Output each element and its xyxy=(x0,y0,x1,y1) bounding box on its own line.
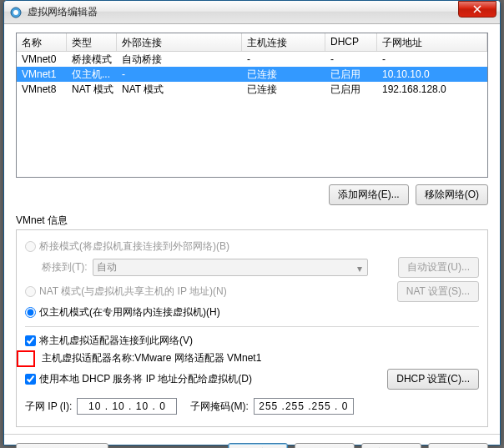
connect-adapter-checkbox[interactable] xyxy=(25,335,36,346)
cell-type: 桥接模式 xyxy=(67,52,117,68)
use-dhcp-label[interactable]: 使用本地 DHCP 服务将 IP 地址分配给虚拟机(D) xyxy=(39,372,252,386)
cell-dhcp: 已启用 xyxy=(325,82,377,98)
cell-host: - xyxy=(242,53,325,66)
dialog-footer: 恢复默认设置(R) 确定 取消 应用(A) 帮助 xyxy=(4,434,500,448)
app-icon xyxy=(9,6,23,19)
apply-button[interactable]: 应用(A) xyxy=(361,443,421,448)
use-dhcp-checkbox[interactable] xyxy=(25,374,36,385)
cell-subnet: - xyxy=(377,53,487,66)
col-subnet[interactable]: 子网地址 xyxy=(377,33,487,51)
nat-radio xyxy=(25,286,36,297)
cell-external: NAT 模式 xyxy=(117,82,242,98)
ok-button[interactable]: 确定 xyxy=(228,443,288,448)
dhcp-settings-button[interactable]: DHCP 设置(C)... xyxy=(387,369,479,390)
bridged-label: 桥接模式(将虚拟机直接连接到外部网络)(B) xyxy=(39,239,229,254)
auto-settings-button: 自动设置(U)... xyxy=(398,257,479,278)
bridged-radio xyxy=(25,241,36,252)
subnet-ip-label: 子网 IP (I): xyxy=(25,400,72,414)
chevron-down-icon: ▾ xyxy=(357,263,362,274)
bridged-combo: 自动 ▾ xyxy=(93,259,368,276)
table-row[interactable]: VMnet1仅主机...-已连接已启用10.10.10.0 xyxy=(17,67,487,82)
col-dhcp[interactable]: DHCP xyxy=(325,33,377,51)
cell-type: NAT 模式 xyxy=(67,82,117,98)
cell-host: 已连接 xyxy=(242,82,325,98)
remove-network-button[interactable]: 移除网络(O) xyxy=(416,184,488,205)
bridged-combo-value: 自动 xyxy=(97,260,117,274)
nat-label: NAT 模式(与虚拟机共享主机的 IP 地址)(N) xyxy=(39,284,227,299)
network-table[interactable]: 名称 类型 外部连接 主机连接 DHCP 子网地址 VMnet0桥接模式自动桥接… xyxy=(16,33,488,178)
connect-adapter-label[interactable]: 将主机虚拟适配器连接到此网络(V) xyxy=(39,334,193,348)
window-frame: 虚拟网络编辑器 名称 类型 外部连接 主机连接 DHCP 子网地址 VMnet0… xyxy=(3,0,501,445)
vmnet-info-group: 桥接模式(将虚拟机直接连接到外部网络)(B) 桥接到(T): 自动 ▾ 自动设置… xyxy=(16,229,488,427)
subnet-mask-label: 子网掩码(M): xyxy=(190,400,248,414)
close-button[interactable] xyxy=(458,1,496,18)
table-header: 名称 类型 外部连接 主机连接 DHCP 子网地址 xyxy=(17,33,487,52)
subnet-ip-input[interactable] xyxy=(77,398,177,415)
table-row[interactable]: VMnet8NAT 模式NAT 模式已连接已启用192.168.128.0 xyxy=(17,82,487,97)
svg-point-1 xyxy=(13,10,18,15)
col-host[interactable]: 主机连接 xyxy=(242,33,325,51)
cell-subnet: 10.10.10.0 xyxy=(377,68,487,81)
adapter-name-label: 主机虚拟适配器名称: xyxy=(42,351,134,365)
col-type[interactable]: 类型 xyxy=(67,33,117,51)
vmnet-info-label: VMnet 信息 xyxy=(16,214,488,228)
cell-name: VMnet1 xyxy=(17,68,67,81)
hostonly-label[interactable]: 仅主机模式(在专用网络内连接虚拟机)(H) xyxy=(39,305,220,320)
cell-external: - xyxy=(117,68,242,81)
cell-type: 仅主机... xyxy=(67,67,117,83)
cell-subnet: 192.168.128.0 xyxy=(377,83,487,96)
col-external[interactable]: 外部连接 xyxy=(117,33,242,51)
cancel-button[interactable]: 取消 xyxy=(295,443,355,448)
cell-name: VMnet0 xyxy=(17,53,67,66)
subnet-mask-input[interactable] xyxy=(254,398,354,415)
nat-settings-button: NAT 设置(S)... xyxy=(397,281,479,302)
cell-host: 已连接 xyxy=(242,67,325,83)
titlebar[interactable]: 虚拟网络编辑器 xyxy=(4,1,500,24)
cell-name: VMnet8 xyxy=(17,83,67,96)
hostonly-radio[interactable] xyxy=(25,307,36,318)
cell-external: 自动桥接 xyxy=(117,52,242,68)
cell-dhcp: - xyxy=(325,53,377,66)
table-row[interactable]: VMnet0桥接模式自动桥接--- xyxy=(17,52,487,67)
divider xyxy=(25,326,479,327)
bridged-to-label: 桥接到(T): xyxy=(42,260,88,274)
close-icon xyxy=(473,5,481,13)
col-name[interactable]: 名称 xyxy=(17,33,67,51)
restore-defaults-button[interactable]: 恢复默认设置(R) xyxy=(16,443,108,448)
help-button[interactable]: 帮助 xyxy=(428,443,488,448)
adapter-name-value: VMware 网络适配器 VMnet1 xyxy=(134,351,261,365)
add-network-button[interactable]: 添加网络(E)... xyxy=(329,184,409,205)
cell-dhcp: 已启用 xyxy=(325,67,377,83)
window-title: 虚拟网络编辑器 xyxy=(28,5,458,19)
